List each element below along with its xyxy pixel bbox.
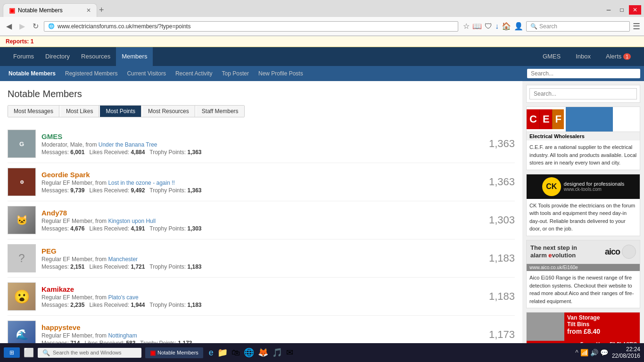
minimize-button[interactable]: ─: [603, 5, 615, 15]
subnav-notable-members[interactable]: Notable Members: [4, 66, 60, 81]
subnav-current-visitors[interactable]: Current Visitors: [122, 66, 170, 81]
pocket-icon[interactable]: 🛡: [485, 22, 492, 31]
sub-nav-search[interactable]: [527, 69, 640, 78]
browser-search-input[interactable]: 🔍 Search: [526, 21, 630, 32]
taskbar-search[interactable]: 🔍 Search the web and Windows: [38, 348, 141, 358]
close-button[interactable]: ✕: [629, 5, 641, 15]
member-meta: Regular EF Member, from Lost in the ozon…: [41, 180, 481, 186]
volume-icon[interactable]: 🔊: [590, 349, 598, 356]
aico-product-img: [622, 245, 636, 259]
chrome-icon[interactable]: 🌐: [244, 347, 254, 358]
nav-directory[interactable]: Directory: [40, 47, 75, 66]
member-location-link[interactable]: Manchester: [108, 256, 138, 263]
forward-button[interactable]: ▶: [17, 21, 27, 32]
member-points: 1,183: [489, 290, 515, 303]
notification-bar: Reports: 1: [0, 36, 644, 47]
nav-gmes[interactable]: GMES: [537, 47, 566, 66]
account-icon[interactable]: 👤: [514, 22, 523, 31]
reading-list-icon[interactable]: 📖: [472, 22, 482, 31]
nav-forums[interactable]: Forums: [8, 47, 40, 66]
member-location-link[interactable]: Under the Banana Tree: [99, 141, 157, 148]
nav-right: GMES Inbox Alerts 1: [537, 47, 636, 66]
new-tab-button[interactable]: +: [99, 5, 104, 15]
member-messages: 6,001: [70, 149, 84, 156]
location-prefix: from: [95, 218, 108, 224]
member-trophy: 1,183: [188, 263, 202, 270]
media-icon[interactable]: 🎵: [272, 347, 282, 358]
member-messages: 2,235: [70, 302, 84, 308]
ad-aico: The next step inalarm evolution aico www…: [526, 240, 640, 309]
member-points: 1,363: [489, 176, 515, 188]
member-name-link[interactable]: happysteve: [41, 323, 81, 331]
browser-chrome: ▣ Notable Members ✕ + ─ □ ✕ ◀ ▶ ↻ 🌐 www.…: [0, 0, 644, 36]
tab-most-points[interactable]: Most Points: [100, 106, 141, 117]
alerts-label: Alerts: [606, 53, 621, 60]
member-points: 1,303: [489, 214, 515, 226]
taskbar-search-icon: 🔍: [42, 349, 50, 356]
member-meta: Regular EF Member, from Nottingham: [41, 332, 481, 339]
subnav-top-poster[interactable]: Top Poster: [217, 66, 254, 81]
member-name-link[interactable]: Geordie Spark: [41, 171, 90, 179]
folder-icon[interactable]: 📁: [217, 347, 228, 358]
avatar: 😮: [8, 282, 36, 311]
member-location-link[interactable]: Plato's cave: [108, 294, 138, 301]
tab-most-resources[interactable]: Most Resources: [142, 106, 195, 117]
browser-tab[interactable]: ▣ Notable Members ✕: [3, 3, 97, 17]
subnav-new-profile-posts[interactable]: New Profile Posts: [254, 66, 308, 81]
mail-icon[interactable]: ✉: [286, 347, 293, 358]
store-icon[interactable]: 🛍: [231, 348, 240, 358]
table-row: ⚙ Geordie Spark Regular EF Member, from …: [8, 163, 515, 201]
member-info: Andy78 Regular EF Member, from Kingston …: [41, 209, 481, 232]
refresh-button[interactable]: ↻: [30, 21, 41, 32]
member-name-link[interactable]: PEG: [41, 247, 57, 255]
download-icon[interactable]: ↓: [495, 22, 499, 31]
reports-count[interactable]: 1: [31, 38, 34, 45]
tab-staff-members[interactable]: Staff Members: [196, 106, 244, 117]
url-lock-icon: 🌐: [48, 23, 55, 29]
menu-icon[interactable]: ☰: [633, 21, 640, 32]
member-role: Regular EF Member: [41, 180, 92, 186]
window-controls: ─ □ ✕: [603, 5, 641, 15]
member-location-link[interactable]: Lost in the ozone - again !!: [108, 180, 174, 186]
edge-icon[interactable]: e: [209, 348, 214, 358]
nav-inbox[interactable]: Inbox: [570, 47, 596, 66]
sub-nav-search-input[interactable]: [527, 69, 640, 78]
bookmark-star-icon[interactable]: ☆: [463, 22, 470, 31]
start-button[interactable]: ⊞: [4, 347, 20, 358]
member-name-link[interactable]: Kamikaze: [41, 285, 74, 293]
home-icon[interactable]: 🏠: [502, 22, 511, 31]
tab-most-messages[interactable]: Most Messages: [8, 106, 59, 117]
location-prefix: from: [95, 180, 108, 186]
member-stats: Messages: 4,676 Likes Received: 4,191 Tr…: [41, 225, 481, 232]
back-button[interactable]: ◀: [4, 21, 14, 32]
tray-icon-1[interactable]: ^: [575, 349, 578, 356]
subnav-recent-activity[interactable]: Recent Activity: [171, 66, 217, 81]
url-input[interactable]: 🌐 www.electriciansforums.co.uk/members/?…: [44, 21, 458, 32]
member-location-link[interactable]: Kingston upon Hull: [108, 218, 156, 224]
browser-toolbar-icons: ☆ 📖 🛡 ↓ 🏠 👤: [463, 22, 523, 31]
network-icon[interactable]: 📶: [580, 349, 588, 356]
sidebar-search[interactable]: [526, 85, 640, 103]
cef-image: [566, 107, 613, 132]
member-name-link[interactable]: GMES: [41, 132, 62, 140]
member-points: 1,173: [489, 329, 515, 341]
firefox-icon[interactable]: 🦊: [258, 347, 268, 358]
nav-resources[interactable]: Resources: [75, 47, 116, 66]
nav-alerts[interactable]: Alerts 1: [600, 47, 636, 66]
taskbar-task[interactable]: ▣ Notable Members: [145, 347, 203, 358]
subnav-registered-members[interactable]: Registered Members: [60, 66, 122, 81]
clock[interactable]: 22:24 22/08/2016: [612, 346, 640, 359]
notification-icon[interactable]: 💬: [600, 349, 608, 356]
member-name-link[interactable]: Andy78: [41, 209, 67, 217]
nav-members[interactable]: Members: [116, 47, 153, 66]
maximize-button[interactable]: □: [616, 5, 628, 15]
sidebar-search-input[interactable]: [529, 88, 637, 99]
tab-close-button[interactable]: ✕: [86, 7, 91, 14]
member-gender: Male: [70, 141, 83, 148]
member-location-link[interactable]: Nottingham: [108, 332, 137, 339]
tab-most-likes[interactable]: Most Likes: [60, 106, 99, 117]
member-stats: Messages: 2,235 Likes Received: 1,944 Tr…: [41, 302, 481, 308]
main-content: Notable Members Most Messages Most Likes…: [0, 81, 522, 362]
table-row: 🐱 Andy78 Regular EF Member, from Kingsto…: [8, 201, 515, 239]
task-view-icon[interactable]: ⬜: [24, 347, 34, 358]
